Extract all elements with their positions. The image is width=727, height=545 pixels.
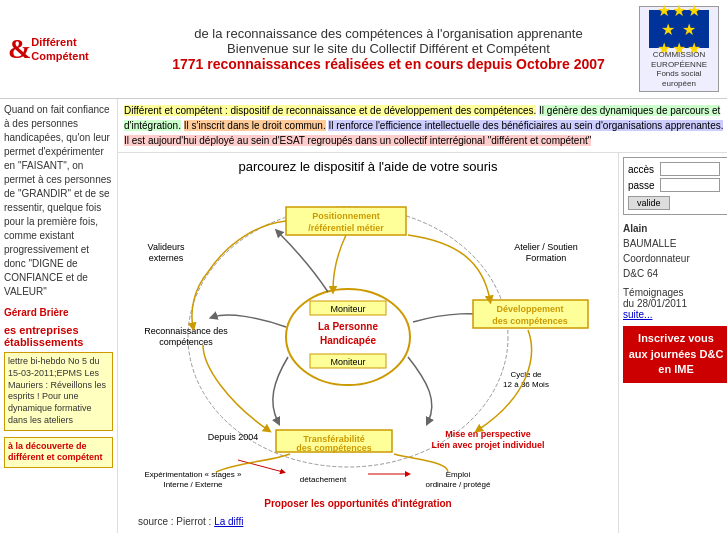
desc-text4: Il renforce l'efficience intellectuelle … (328, 120, 723, 131)
passe-input[interactable] (660, 178, 720, 192)
header: & Différent Compétent de la reconnaissan… (0, 0, 727, 99)
access-input[interactable] (660, 162, 720, 176)
eu-label: COMMISSION EUROPÉENNEFonds social europé… (643, 50, 715, 88)
source-line: source : Pierrot : La diffi (128, 516, 608, 527)
header-center: de la reconnaissance des compétences à l… (148, 26, 629, 72)
header-line1: de la reconnaissance des compétences à l… (148, 26, 629, 41)
access-row: accès (628, 162, 724, 176)
eu-logo-block: ★★★★ ★★★★ COMMISSION EUROPÉENNEFonds soc… (639, 6, 719, 92)
svg-text:Expérimentation « stages »: Expérimentation « stages » (145, 470, 242, 479)
content-area: parcourez le dispositif à l'aide de votr… (118, 153, 727, 533)
diagram-area: parcourez le dispositif à l'aide de votr… (118, 153, 618, 533)
logo-text: Différent Compétent (31, 35, 88, 64)
svg-text:Emploi: Emploi (446, 470, 471, 479)
person-name: Alain (623, 221, 727, 236)
info-panel: accès passe valide Alain BAUMALLE Coordo… (618, 153, 727, 533)
diagram-svg-container: La Personne Handicapée Moniteur Moniteur (128, 182, 608, 512)
svg-text:/référentiel métier: /référentiel métier (308, 223, 384, 233)
svg-text:ordinaire / protégé: ordinaire / protégé (426, 480, 491, 489)
access-form: accès passe valide (623, 157, 727, 215)
svg-text:Interne / Externe: Interne / Externe (163, 480, 223, 489)
svg-line-34 (238, 460, 283, 472)
passe-label: passe (628, 180, 658, 191)
valide-button[interactable]: valide (628, 196, 670, 210)
svg-text:externes: externes (149, 253, 184, 263)
svg-text:compétences: compétences (159, 337, 213, 347)
logo-ampersand: & (8, 35, 31, 63)
person-role: Coordonnateur (623, 251, 727, 266)
person-info: Alain BAUMALLE Coordonnateur D&C 64 (623, 221, 727, 281)
sidebar-news-item[interactable]: lettre bi-hebdo No 5 du 15-03-2011;EPMS … (4, 352, 113, 430)
desc-text5: Il est aujourd'hui déployé au sein d'ESA… (124, 135, 591, 146)
sidebar-quote-text: Quand on fait confiance à des personnes … (4, 103, 113, 299)
main-layout: Quand on fait confiance à des personnes … (0, 99, 727, 533)
eu-flag: ★★★★ ★★★★ (649, 10, 709, 48)
right-panel: Différent et compétent : dispositif de r… (118, 99, 727, 533)
person-dg: D&C 64 (623, 266, 727, 281)
logo-block: & Différent Compétent (8, 35, 138, 64)
svg-text:Proposer les opportunités d'in: Proposer les opportunités d'intégration (264, 498, 451, 509)
temoignages-section: Témoignages du 28/01/2011 suite... (623, 287, 727, 320)
person-surname: BAUMALLE (623, 236, 727, 251)
svg-text:Depuis 2004: Depuis 2004 (208, 432, 259, 442)
header-line2: Bienvenue sur le site du Collectif Diffé… (148, 41, 629, 56)
svg-text:Développement: Développement (496, 304, 563, 314)
svg-text:Reconnaissance des: Reconnaissance des (144, 326, 228, 336)
sidebar-entreprises-label: es entreprises établissements (4, 324, 113, 348)
svg-text:Mise en perspective: Mise en perspective (445, 429, 531, 439)
svg-text:Moniteur: Moniteur (330, 357, 365, 367)
access-label: accès (628, 164, 658, 175)
svg-text:Moniteur: Moniteur (330, 304, 365, 314)
source-link[interactable]: La diffi (214, 516, 243, 527)
temoignages-label: Témoignages (623, 287, 727, 298)
description-bar: Différent et compétent : dispositif de r… (118, 99, 727, 153)
svg-text:des compétences: des compétences (492, 316, 568, 326)
desc-text3: Il s'inscrit dans le droit commun. (184, 120, 326, 131)
header-line3: 1771 reconnaissances réalisées et en cou… (148, 56, 629, 72)
svg-text:La Personne: La Personne (318, 321, 378, 332)
svg-text:Atelier / Soutien: Atelier / Soutien (514, 242, 578, 252)
logo-line1: Différent (31, 35, 88, 49)
svg-text:Positionnement: Positionnement (312, 211, 380, 221)
svg-text:Lien avec projet individuel: Lien avec projet individuel (431, 440, 544, 450)
svg-text:détachement: détachement (300, 475, 347, 484)
sidebar-quote-author: Gérard Brière (4, 307, 113, 318)
svg-text:12 à 36 Mois: 12 à 36 Mois (503, 380, 549, 389)
svg-text:Handicapée: Handicapée (320, 335, 377, 346)
svg-text:Valideurs: Valideurs (148, 242, 185, 252)
diagram-title: parcourez le dispositif à l'aide de votr… (128, 159, 608, 174)
temoignages-date: du 28/01/2011 (623, 298, 727, 309)
sidebar: Quand on fait confiance à des personnes … (0, 99, 118, 533)
svg-text:Formation: Formation (526, 253, 567, 263)
passe-row: passe (628, 178, 724, 192)
sidebar-decouverte-link[interactable]: à la découverte de différent et compéten… (4, 437, 113, 468)
logo-line2: Compétent (31, 49, 88, 63)
inscrivez-banner[interactable]: Inscrivez vous aux journées D&C en IME (623, 326, 727, 382)
suite-link[interactable]: suite... (623, 309, 727, 320)
svg-text:des compétences: des compétences (296, 443, 372, 453)
desc-text1: Différent et compétent : dispositif de r… (124, 105, 536, 116)
